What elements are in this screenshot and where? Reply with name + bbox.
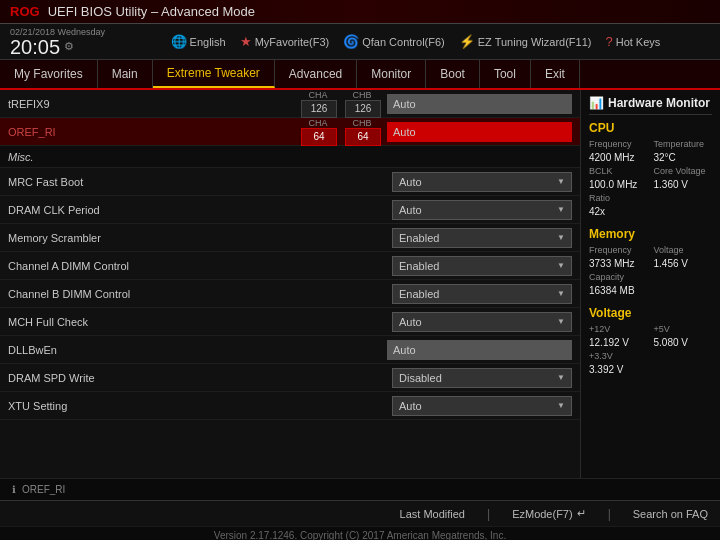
mrc-arrow-icon: ▼ xyxy=(557,177,565,186)
cha-label: CHA xyxy=(308,90,327,100)
v12-label: +12V xyxy=(589,324,648,334)
xtu-value: Auto xyxy=(399,400,422,412)
trefix9-select-value: Auto xyxy=(393,98,416,110)
cha-dimm-select[interactable]: Enabled ▼ xyxy=(392,256,572,276)
version-text: Version 2.17.1246. Copyright (C) 2017 Am… xyxy=(214,530,506,540)
misc-label: Misc. xyxy=(8,151,572,163)
table-row: tREFIX9 CHA 126 CHB 126 Auto xyxy=(0,90,580,118)
mem-volt-label: Voltage xyxy=(654,245,713,255)
mem-scrambler-value: Enabled xyxy=(399,232,439,244)
mem-scrambler-select[interactable]: Enabled ▼ xyxy=(392,228,572,248)
version-bar: Version 2.17.1246. Copyright (C) 2017 Am… xyxy=(0,526,720,540)
gear-icon[interactable]: ⚙ xyxy=(64,41,74,52)
language-link[interactable]: 🌐 English xyxy=(171,34,226,49)
trefix9-select[interactable]: Auto xyxy=(387,94,572,114)
cha-group: CHA 126 xyxy=(299,90,339,118)
nav-main[interactable]: Main xyxy=(98,60,153,88)
memory-grid: Frequency Voltage 3733 MHz 1.456 V Capac… xyxy=(589,245,712,296)
cpu-freq-label: Frequency xyxy=(589,139,648,149)
table-row: OREF_RI CHA 64 CHB 64 Auto xyxy=(0,118,580,146)
row-label-dllbwen: DLLBwEn xyxy=(8,344,387,356)
favorite-icon: ★ xyxy=(240,34,252,49)
dllbwen-select[interactable]: Auto xyxy=(387,340,572,360)
info-bar: 02/21/2018 Wednesday 20:05 ⚙ 🌐 English ★… xyxy=(0,24,720,60)
chb-value[interactable]: 126 xyxy=(345,100,381,118)
nav-extreme-tweaker[interactable]: Extreme Tweaker xyxy=(153,60,275,88)
dram-spd-select[interactable]: Disabled ▼ xyxy=(392,368,572,388)
mrc-select-value: Auto xyxy=(399,176,422,188)
divider-2: | xyxy=(608,507,611,521)
row-label-mch: MCH Full Check xyxy=(8,316,392,328)
dram-clk-arrow-icon: ▼ xyxy=(557,205,565,214)
date-label: 02/21/2018 Wednesday xyxy=(10,27,105,37)
tooltip-bar: ℹ OREF_RI xyxy=(0,478,720,500)
nav-advanced[interactable]: Advanced xyxy=(275,60,357,88)
chb-label: CHB xyxy=(352,90,371,100)
oref-cha-value[interactable]: 64 xyxy=(301,128,337,146)
cpu-grid: Frequency Temperature 4200 MHz 32°C BCLK… xyxy=(589,139,712,217)
cpu-temp-label: Temperature xyxy=(654,139,713,149)
nav-boot[interactable]: Boot xyxy=(426,60,480,88)
ez-mode-icon: ↵ xyxy=(577,507,586,520)
voltage-section-title: Voltage xyxy=(589,306,712,320)
cpu-bclk-label: BCLK xyxy=(589,166,648,176)
nav-my-favorites[interactable]: My Favorites xyxy=(0,60,98,88)
cha-value[interactable]: 126 xyxy=(301,100,337,118)
cha-dimm-value: Enabled xyxy=(399,260,439,272)
cpu-ratio-value: 42x xyxy=(589,206,648,217)
nav-exit[interactable]: Exit xyxy=(531,60,580,88)
myfavorite-link[interactable]: ★ MyFavorite(F3) xyxy=(240,34,330,49)
last-modified-label: Last Modified xyxy=(400,508,465,520)
memory-section-title: Memory xyxy=(589,227,712,241)
dram-clk-select-value: Auto xyxy=(399,204,422,216)
xtu-arrow-icon: ▼ xyxy=(557,401,565,410)
language-icon: 🌐 xyxy=(171,34,187,49)
rog-logo: ROG xyxy=(10,4,40,19)
ez-tuning-label: EZ Tuning Wizard(F11) xyxy=(478,36,592,48)
v5-label: +5V xyxy=(654,324,713,334)
hw-monitor-icon: 📊 xyxy=(589,96,604,110)
oref-cha-label: CHA xyxy=(308,118,327,128)
v12-value: 12.192 V xyxy=(589,337,648,348)
datetime: 02/21/2018 Wednesday 20:05 ⚙ xyxy=(10,27,105,57)
row-label-dram-spd: DRAM SPD Write xyxy=(8,372,392,384)
cpu-bclk-value: 100.0 MHz xyxy=(589,179,648,190)
mem-scrambler-arrow-icon: ▼ xyxy=(557,233,565,242)
chb-dimm-arrow-icon: ▼ xyxy=(557,289,565,298)
oref-chb-group: CHB 64 xyxy=(343,118,383,146)
nav-tool[interactable]: Tool xyxy=(480,60,531,88)
cpu-temp-value: 32°C xyxy=(654,152,713,163)
time-value: 20:05 xyxy=(10,37,60,57)
bios-title: UEFI BIOS Utility – Advanced Mode xyxy=(48,4,255,19)
dram-clk-select[interactable]: Auto ▼ xyxy=(392,200,572,220)
qfan-link[interactable]: 🌀 Qfan Control(F6) xyxy=(343,34,445,49)
ez-mode-button[interactable]: EzMode(F7) ↵ xyxy=(512,507,586,520)
mch-select[interactable]: Auto ▼ xyxy=(392,312,572,332)
oref-chb-value[interactable]: 64 xyxy=(345,128,381,146)
mrc-select[interactable]: Auto ▼ xyxy=(392,172,572,192)
hw-monitor-title: 📊 Hardware Monitor xyxy=(589,96,712,115)
table-row: DLLBwEn Auto xyxy=(0,336,580,364)
mem-cap-value: 16384 MB xyxy=(589,285,648,296)
ez-tuning-link[interactable]: ⚡ EZ Tuning Wizard(F11) xyxy=(459,34,592,49)
time-display: 20:05 ⚙ xyxy=(10,37,105,57)
nav-monitor[interactable]: Monitor xyxy=(357,60,426,88)
fan-icon: 🌀 xyxy=(343,34,359,49)
v5-value: 5.080 V xyxy=(654,337,713,348)
search-faq-button[interactable]: Search on FAQ xyxy=(633,508,708,520)
row-label-mrc: MRC Fast Boot xyxy=(8,176,392,188)
oref-ri-select-value: Auto xyxy=(393,126,416,138)
chb-dimm-select[interactable]: Enabled ▼ xyxy=(392,284,572,304)
ez-mode-label: EzMode(F7) xyxy=(512,508,573,520)
voltage-grid: +12V +5V 12.192 V 5.080 V +3.3V 3.392 V xyxy=(589,324,712,375)
hotkeys-link[interactable]: ? Hot Keys xyxy=(605,34,660,49)
oref-ri-select[interactable]: Auto xyxy=(387,122,572,142)
language-label: English xyxy=(190,36,226,48)
info-links: 🌐 English ★ MyFavorite(F3) 🌀 Qfan Contro… xyxy=(121,34,710,49)
trefix9-cells: CHA 126 CHB 126 Auto xyxy=(299,90,572,118)
hotkeys-icon: ? xyxy=(605,34,612,49)
chb-group: CHB 126 xyxy=(343,90,383,118)
tooltip-text: OREF_RI xyxy=(22,484,65,495)
divider-1: | xyxy=(487,507,490,521)
xtu-select[interactable]: Auto ▼ xyxy=(392,396,572,416)
